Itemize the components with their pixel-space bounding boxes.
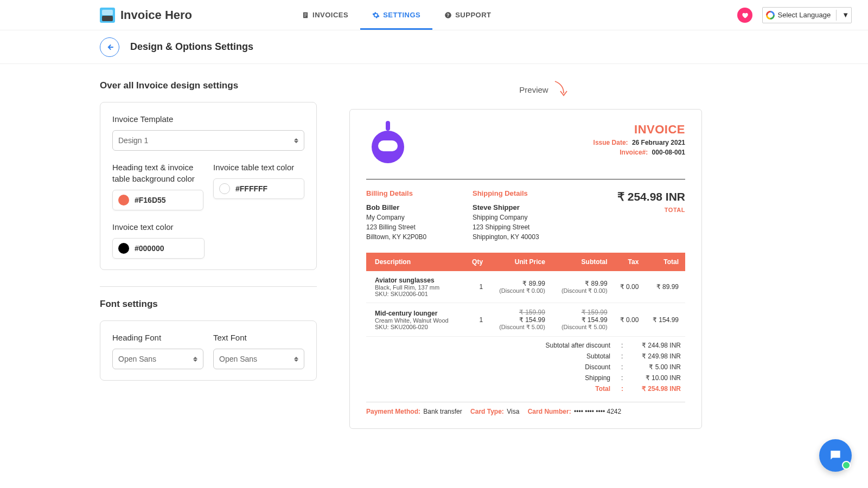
topbar: Invoice Hero INVOICES SETTINGS ? SUPPORT (0, 0, 868, 30)
shipping-company: Shipping Company (473, 213, 579, 222)
payment-method-value: Bank transfer (423, 408, 462, 415)
card-type-label: Card Type: (470, 408, 504, 415)
color-swatch (219, 183, 230, 194)
svg-text:?: ? (447, 12, 450, 17)
item-subtotal: ₹ 89.99 (554, 280, 608, 287)
color-value: #000000 (135, 244, 164, 253)
favorite-button[interactable] (737, 8, 752, 23)
item-unit-orig: ₹ 159.99 (492, 309, 545, 316)
select-value: Open Sans (219, 355, 257, 363)
svg-rect-2 (304, 15, 307, 15)
issue-date-label: Issue Date: (593, 139, 628, 146)
nav-settings[interactable]: SETTINGS (360, 0, 432, 30)
nav-support[interactable]: ? SUPPORT (432, 0, 503, 30)
summary-value: ₹ 5.00 INR (627, 363, 681, 371)
design-card: Invoice Template Design 1 Heading text &… (100, 102, 317, 270)
invoices-icon (302, 11, 309, 19)
item-sku: SKU: SKU2006-020 (375, 324, 461, 330)
invoice-preview: INVOICE Issue Date: 26 February 2021 Inv… (349, 109, 702, 429)
table-text-color-label: Invoice table text color (213, 162, 304, 173)
summary-value: ₹ 249.98 INR (627, 352, 681, 360)
total-amount: ₹ 254.98 INR (579, 188, 685, 206)
invoice-summary: Subtotal after discount:₹ 244.98 INR Sub… (366, 340, 685, 394)
google-icon (766, 11, 775, 20)
preview-text: Preview (519, 85, 548, 94)
preview-label: Preview (295, 80, 792, 99)
divider (836, 10, 837, 21)
billing-street: 123 Billing Street (366, 222, 473, 232)
subheader: Design & Options Settings (0, 30, 868, 64)
summary-label: Subtotal (366, 352, 621, 360)
shipping-title: Shipping Details (473, 188, 579, 199)
nav-label: INVOICES (312, 11, 348, 19)
invoice-total: ₹ 254.98 INR TOTAL (579, 188, 685, 242)
settings-panel: Over all Invoice design settings Invoice… (100, 80, 317, 429)
heading-font-select[interactable]: Open Sans (112, 349, 203, 369)
billing-city: Billtown, KY K2P0B0 (366, 232, 473, 242)
section-title-design: Over all Invoice design settings (100, 80, 317, 91)
col-total: Total (643, 253, 685, 271)
payment-method-label: Payment Method: (366, 408, 420, 415)
col-description: Description (366, 253, 465, 271)
item-unit: ₹ 154.99 (492, 316, 545, 324)
item-subtotal: ₹ 154.99 (554, 316, 608, 324)
summary-label: Total (366, 385, 621, 393)
item-sku: SKU: SKU2006-001 (375, 291, 461, 297)
table-row: Aviator sunglasses Black, Full Rim, 137 … (366, 271, 685, 303)
item-unit: ₹ 89.99 (492, 280, 545, 287)
table-row: Mid-century lounger Cream White, Walnut … (366, 303, 685, 337)
app-logo[interactable]: Invoice Hero (100, 8, 192, 23)
card-type-value: Visa (507, 408, 519, 415)
select-value: Open Sans (118, 355, 156, 363)
text-font-select[interactable]: Open Sans (213, 349, 304, 369)
select-value: Design 1 (118, 136, 148, 145)
item-subtotal-discount: (Discount ₹ 0.00) (554, 287, 608, 294)
summary-value: ₹ 10.00 INR (627, 374, 681, 382)
col-tax: Tax (612, 253, 643, 271)
invoice-number-value: 000-08-001 (652, 149, 685, 156)
item-subtotal-orig: ₹ 159.99 (554, 309, 608, 316)
invoice-title: INVOICE (593, 123, 685, 137)
back-button[interactable] (100, 37, 119, 57)
select-caret-icon (294, 357, 298, 362)
item-qty: 1 (465, 271, 487, 303)
item-unit-discount: (Discount ₹ 5.00) (492, 324, 545, 331)
item-unit-discount: (Discount ₹ 0.00) (492, 287, 545, 294)
total-label: TOTAL (579, 206, 685, 215)
summary-label: Shipping (366, 374, 621, 382)
summary-label: Subtotal after discount (366, 342, 621, 349)
col-subtotal: Subtotal (550, 253, 612, 271)
table-text-color-input[interactable]: #FFFFFF (213, 178, 304, 199)
template-select[interactable]: Design 1 (112, 130, 304, 151)
col-unit: Unit Price (487, 253, 550, 271)
gear-icon (372, 11, 380, 19)
col-qty: Qty (465, 253, 487, 271)
shipping-details: Shipping Details Steve Shipper Shipping … (473, 188, 579, 242)
item-subtotal-discount: (Discount ₹ 5.00) (554, 324, 608, 331)
language-selector[interactable]: Select Language ▼ (762, 7, 852, 23)
item-variant: Black, Full Rim, 137 mm (375, 284, 461, 291)
billing-name: Bob Biller (366, 202, 473, 213)
invoice-text-color-input[interactable]: #000000 (112, 238, 205, 259)
billing-details: Billing Details Bob Biller My Company 12… (366, 188, 473, 242)
summary-value: ₹ 244.98 INR (627, 342, 681, 349)
item-name: Aviator sunglasses (375, 277, 461, 284)
issue-date-value: 26 February 2021 (632, 139, 685, 146)
select-caret-icon (193, 357, 197, 362)
card-number-label: Card Number: (528, 408, 571, 415)
line-items-table: Description Qty Unit Price Subtotal Tax … (366, 253, 685, 337)
card-number-value: •••• •••• •••• 4242 (574, 408, 621, 415)
color-value: #F16D55 (135, 196, 166, 204)
shipping-city: Shippington, KY 40003 (473, 232, 579, 242)
topbar-right: Select Language ▼ (737, 7, 852, 23)
heading-color-input[interactable]: #F16D55 (112, 190, 203, 210)
language-label: Select Language (778, 11, 831, 19)
main-nav: INVOICES SETTINGS ? SUPPORT (290, 0, 503, 30)
item-variant: Cream White, Walnut Wood (375, 317, 461, 324)
heading-font-label: Heading Font (112, 332, 203, 343)
nav-invoices[interactable]: INVOICES (290, 0, 360, 30)
preview-panel: Preview INVOICE Issue Date: 26 February … (349, 80, 868, 429)
chevron-down-icon: ▼ (842, 11, 849, 19)
svg-rect-3 (304, 16, 306, 16)
section-title-font: Font settings (100, 299, 317, 310)
